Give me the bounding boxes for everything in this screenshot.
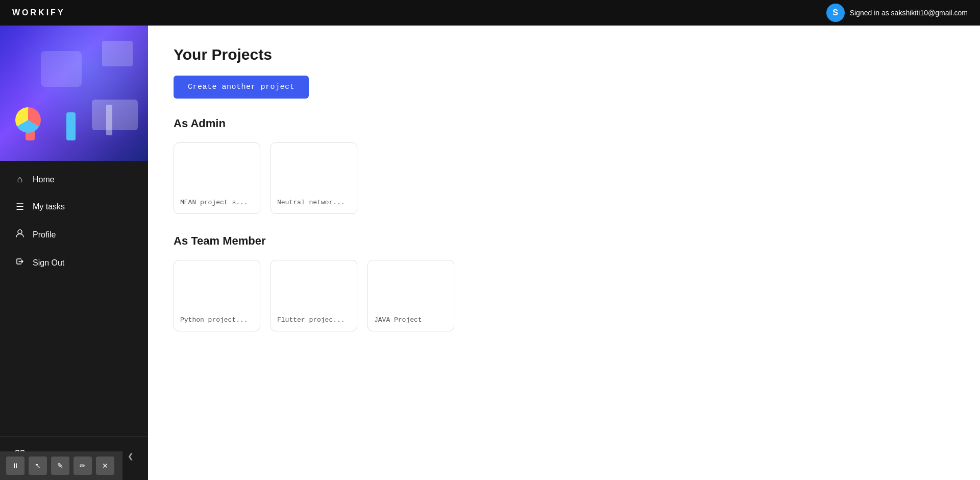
team-project-name-1: Flutter projec...	[277, 316, 345, 324]
sidebar-item-home[interactable]: ⌂ Home	[0, 166, 148, 193]
admin-project-card-1[interactable]: Neutral networ...	[271, 142, 357, 214]
user-avatar: S	[826, 4, 845, 22]
sidebar-banner	[0, 26, 148, 161]
admin-section-title: As Admin	[174, 117, 954, 130]
team-project-card-2[interactable]: JAVA Project	[368, 260, 454, 331]
toolbar-close-button[interactable]: ✕	[96, 457, 114, 475]
svg-point-0	[18, 230, 22, 234]
sidebar-nav: ⌂ Home ☰ My tasks Profile	[0, 161, 148, 436]
admin-project-name-0: MEAN project s...	[180, 199, 248, 206]
sidebar-item-my-tasks-label: My tasks	[33, 202, 65, 211]
main-layout: ⌂ Home ☰ My tasks Profile	[0, 26, 980, 480]
banner-box-shape	[41, 51, 82, 87]
sidebar: ⌂ Home ☰ My tasks Profile	[0, 26, 148, 480]
tasks-icon: ☰	[14, 201, 26, 212]
home-icon: ⌂	[14, 174, 26, 185]
sign-out-icon	[14, 257, 26, 269]
team-project-name-0: Python project...	[180, 316, 248, 324]
create-project-button[interactable]: Create another project	[174, 76, 309, 99]
collapse-icon: ❮	[128, 452, 134, 460]
admin-projects-grid: MEAN project s... Neutral networ...	[174, 142, 954, 214]
sidebar-item-sign-out-label: Sign Out	[33, 258, 64, 268]
toolbar-marker-button[interactable]: ✏	[74, 457, 92, 475]
user-email: Signed in as sakshikiti10@gmail.com	[850, 9, 968, 17]
sidebar-item-profile-label: Profile	[33, 230, 56, 239]
team-project-card-1[interactable]: Flutter projec...	[271, 260, 357, 331]
toolbar-pause-button[interactable]: ⏸	[6, 457, 24, 475]
bottom-toolbar: ⏸ ↖ ✎ ✏ ✕	[0, 451, 122, 480]
banner-pie-shape	[15, 107, 41, 133]
sidebar-item-sign-out[interactable]: Sign Out	[0, 249, 148, 277]
toolbar-select-button[interactable]: ↖	[29, 457, 47, 475]
team-projects-grid: Python project... Flutter projec... JAVA…	[174, 260, 954, 331]
admin-project-name-1: Neutral networ...	[277, 199, 345, 206]
profile-icon	[14, 229, 26, 241]
banner-person2-shape	[66, 112, 76, 140]
banner-decoration	[0, 26, 148, 161]
sidebar-item-home-label: Home	[33, 175, 55, 184]
banner-chart-shape	[102, 41, 133, 66]
banner-screen-shape	[92, 100, 138, 130]
team-project-card-0[interactable]: Python project...	[174, 260, 260, 331]
sidebar-item-profile[interactable]: Profile	[0, 221, 148, 249]
sidebar-item-my-tasks[interactable]: ☰ My tasks	[0, 193, 148, 221]
team-project-name-2: JAVA Project	[374, 316, 422, 324]
admin-project-card-0[interactable]: MEAN project s...	[174, 142, 260, 214]
app-logo: WORKIFY	[12, 8, 65, 17]
content-area: Your Projects Create another project As …	[148, 26, 980, 480]
user-info: S Signed in as sakshikiti10@gmail.com	[826, 4, 968, 22]
top-header: WORKIFY S Signed in as sakshikiti10@gmai…	[0, 0, 980, 26]
toolbar-pen-button[interactable]: ✎	[51, 457, 69, 475]
page-title: Your Projects	[174, 46, 954, 63]
team-section-title: As Team Member	[174, 234, 954, 248]
